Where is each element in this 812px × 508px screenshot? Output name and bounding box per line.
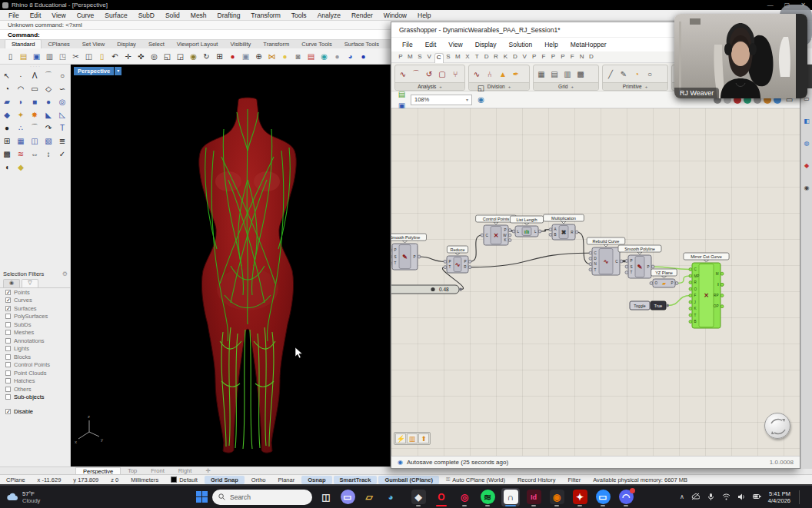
color-wheel-icon[interactable]: ◉ [318, 51, 330, 62]
save-icon[interactable]: ▣ [31, 51, 42, 62]
block-tool[interactable]: ▦ [15, 134, 27, 147]
gh-component-toggle[interactable]: ToggleTrue [630, 301, 669, 310]
checkbox[interactable] [5, 322, 11, 327]
gh-component-rebuild-curve[interactable]: Rebuild CurveCDNTC∿ [587, 237, 625, 275]
gh-tab-6[interactable]: M [453, 53, 462, 60]
gh-menu-metahopper[interactable]: MetaHopper [564, 41, 613, 48]
gh-component-icon[interactable]: ○ [644, 68, 656, 80]
gh-tab-18[interactable]: F [567, 53, 577, 60]
status-ortho[interactable]: Ortho [245, 476, 272, 483]
gh-component-icon[interactable]: ⌒ [410, 68, 422, 80]
weather-widget[interactable]: 57°F Cloudy [6, 490, 40, 504]
zoom-window-icon[interactable]: ◱ [161, 51, 173, 62]
gh-component-icon[interactable]: ▤ [548, 68, 561, 80]
gh-component-icon[interactable]: ∿ [397, 68, 409, 80]
layers-red-icon[interactable]: ◆ [803, 161, 811, 170]
taskbar-discord[interactable]: ◠ [617, 488, 635, 506]
box-tool[interactable]: ■ [28, 95, 41, 108]
sphere-tool[interactable]: ● [42, 95, 55, 108]
toolbar-tab-viewport-layout[interactable]: Viewport Layout [171, 40, 225, 48]
taskbar-copilot[interactable]: ◕ [381, 488, 400, 506]
cut-icon[interactable]: ✂ [70, 51, 82, 62]
four-view-icon[interactable]: ⊞ [214, 51, 225, 62]
gh-component-icon[interactable]: ✎ [617, 68, 630, 80]
filter-polysurfaces[interactable]: PolySurfaces [0, 313, 71, 321]
perspective-viewport[interactable]: z x y Perspective ▾ [71, 65, 390, 466]
filter-blocks[interactable]: Blocks [0, 353, 71, 361]
viewport-tab-front[interactable]: Front [144, 467, 171, 474]
taskbar-chat[interactable]: ▭ [338, 488, 357, 506]
curve-tool[interactable]: ⌒ [42, 69, 55, 81]
mirror-tool[interactable]: ⇔ [28, 148, 41, 160]
freeform-tool[interactable]: ∽ [56, 82, 68, 95]
lock-icon[interactable]: ◙ [292, 51, 304, 62]
search-input[interactable]: Search [212, 490, 312, 505]
boolean-tool[interactable]: ● [1, 121, 13, 134]
toolbar-tab-display[interactable]: Display [111, 40, 142, 48]
properties-icon[interactable]: ◳ [57, 51, 68, 62]
gh-component-slider[interactable]: 0.48 [391, 285, 462, 294]
select-tool[interactable]: ↖ [1, 69, 13, 81]
blue-sphere-icon[interactable]: ● [358, 51, 369, 62]
gh-component-icon[interactable]: ▩ [574, 68, 587, 80]
taskbar-acrobat[interactable]: ✦ [571, 488, 589, 506]
group-tool[interactable]: ∴ [15, 121, 27, 134]
status-record-history[interactable]: Record History [511, 476, 562, 483]
gh-component-icon[interactable]: ▦ [535, 68, 547, 80]
point-tool[interactable]: ∙ [15, 69, 27, 81]
webcam-overlay[interactable]: RJ Weaver [674, 14, 807, 98]
filter-disable[interactable]: ✓Disable [0, 407, 71, 416]
toolbar-tab-standard[interactable]: Standard [5, 39, 42, 48]
status-z-0[interactable]: z 0 [105, 476, 125, 483]
shade-tool[interactable]: ◖ [1, 161, 13, 173]
filter-surfaces[interactable]: ✓Surfaces [0, 304, 71, 313]
checkbox[interactable] [5, 346, 11, 351]
check-tool[interactable]: ✓ [56, 148, 68, 160]
gh-component-icon[interactable]: ↺ [423, 68, 435, 80]
rectangle-tool[interactable]: ▭ [28, 82, 41, 95]
gh-component-list-length[interactable]: List LengthLLılı [510, 216, 543, 237]
gh-component-icon[interactable]: ╱ [604, 68, 617, 80]
gh-menu-display[interactable]: Display [469, 41, 503, 48]
filter-tab-funnel[interactable]: ▽ [22, 279, 38, 287]
rhino-menu-window[interactable]: Window [378, 12, 412, 19]
start-button[interactable] [196, 491, 208, 503]
canvas-compass[interactable] [764, 413, 790, 439]
checkbox[interactable] [5, 314, 11, 319]
toolbar-tab-transform[interactable]: Transform [257, 40, 295, 48]
status-millimeters[interactable]: Millimeters [125, 476, 165, 483]
grasshopper-canvas[interactable]: Smooth PolylinePSTP✎ReducePTPR∿Control P… [391, 108, 800, 456]
solid-edit-tool[interactable]: ▧ [42, 134, 55, 147]
circle-tool[interactable]: ○ [56, 69, 68, 81]
gh-tab-17[interactable]: P [558, 53, 567, 60]
filter-hatches[interactable]: Hatches [0, 377, 71, 386]
checkbox[interactable]: ✓ [5, 306, 11, 311]
gh-component-yz-plane[interactable]: YZ PlaneOP▰ [650, 269, 678, 287]
filter-tab-objects[interactable]: ◉ [3, 279, 20, 287]
shaded-sphere-icon[interactable]: ● [331, 51, 343, 62]
gh-tab-8[interactable]: T [472, 53, 481, 60]
status-filter[interactable]: Filter [562, 476, 587, 483]
zoom-extents-icon[interactable]: ◲ [175, 51, 186, 62]
pipe-tool[interactable]: ≋ [15, 148, 27, 160]
sweep-tool[interactable]: ↷ [42, 121, 55, 134]
move-icon[interactable]: ✜ [135, 51, 147, 62]
bell-icon[interactable]: ◍ [803, 139, 811, 148]
rhino-menu-subd[interactable]: SubD [133, 12, 160, 19]
group-caption[interactable]: Grid+ [534, 82, 598, 90]
checkbox[interactable] [5, 387, 11, 392]
gh-component-icon[interactable]: ⑃ [484, 68, 496, 80]
filter-control-points[interactable]: Control Points [0, 361, 71, 370]
rhino-menu-tools[interactable]: Tools [286, 12, 312, 19]
snapshot-icon[interactable]: ▣ [240, 51, 251, 62]
checkbox[interactable] [5, 338, 11, 344]
rhino-menu-mesh[interactable]: Mesh [185, 12, 212, 19]
status-smarttrack[interactable]: SmartTrack [334, 476, 378, 484]
rhino-menu-curve[interactable]: Curve [72, 12, 100, 19]
zoom-icon[interactable]: ◎ [148, 51, 160, 62]
gh-component-icon[interactable]: ∿ [471, 68, 483, 80]
taskbar-task-view[interactable]: ◫ [317, 488, 335, 506]
video-icon[interactable]: ◧ [803, 117, 811, 125]
rhino-menu-render[interactable]: Render [346, 12, 378, 19]
status-default[interactable]: Default [165, 476, 204, 483]
